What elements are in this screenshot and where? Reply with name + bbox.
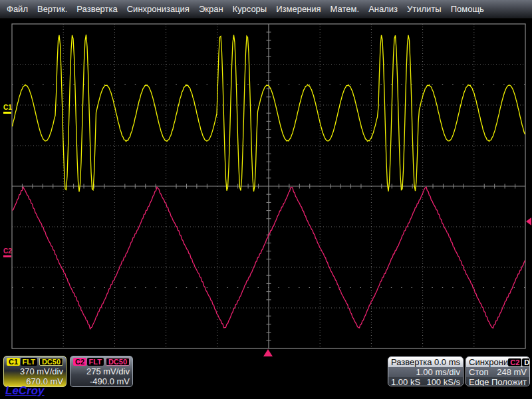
c2-descriptor-box[interactable]: C2 FLT DC50 275 mV/div -490.0 mV	[70, 356, 133, 387]
timebase-delay: 0.0 ms	[434, 357, 460, 367]
c1-offset-marker[interactable]: C1	[3, 104, 14, 114]
c1-descriptor-box[interactable]: C1 FLT DC50 370 mV/div 670.0 mV	[3, 356, 66, 387]
c1-descriptor-header: C1 FLT DC50	[4, 356, 66, 366]
c1-marker-bar	[3, 112, 11, 114]
lecroy-logo: LeCroy	[5, 384, 45, 398]
c2-marker-label: C2	[3, 248, 14, 255]
timebase-label: Развертка	[391, 357, 432, 367]
timebase-box[interactable]: Развертка 0.0 ms 1.00 ms/div 1.00 kS 100…	[388, 356, 464, 386]
trigger-slope: Положит	[491, 377, 527, 386]
trigger-mode: Стоп	[469, 367, 488, 377]
c2-marker-bar	[3, 255, 11, 257]
waveform-display[interactable]	[0, 0, 532, 399]
trigger-type: Edge	[469, 377, 489, 386]
c1-volts-per-div: 370 mV/div	[7, 366, 63, 376]
timebase-samples: 1.00 kS	[391, 377, 420, 386]
timebase-scale: 1.00 ms/div	[416, 367, 460, 377]
trigger-position-marker[interactable]	[263, 349, 273, 356]
timebase-header: Развертка 0.0 ms	[388, 357, 463, 367]
c1-coupling-badge: FLT	[21, 358, 37, 366]
trigger-header: Синхрони C2 DC	[466, 357, 529, 367]
c2-offset-value: -490.0 mV	[73, 376, 130, 386]
c2-volts-per-div: 275 mV/div	[73, 366, 130, 376]
timebase-rate: 100 kS/s	[426, 377, 460, 386]
trigger-box[interactable]: Синхрони C2 DC Стоп 248 mV Edge Положит	[466, 356, 530, 386]
c2-coupling-badge: FLT	[87, 358, 104, 366]
c2-termination-badge: DC50	[106, 358, 130, 366]
trigger-level: 248 mV	[497, 367, 527, 377]
c1-channel-badge: C1	[7, 358, 20, 366]
trigger-level-arrow[interactable]	[526, 217, 531, 225]
c2-channel-badge: C2	[73, 358, 86, 366]
c2-descriptor-header: C2 FLT DC50	[70, 356, 132, 366]
c2-offset-marker[interactable]: C2	[3, 248, 14, 257]
trigger-source-badge: C2	[508, 358, 521, 366]
c1-termination-badge: DC50	[39, 358, 63, 366]
trigger-coupling-badge: DC	[522, 358, 530, 366]
c1-marker-label: C1	[3, 104, 14, 111]
trigger-label: Синхрони	[469, 357, 508, 367]
